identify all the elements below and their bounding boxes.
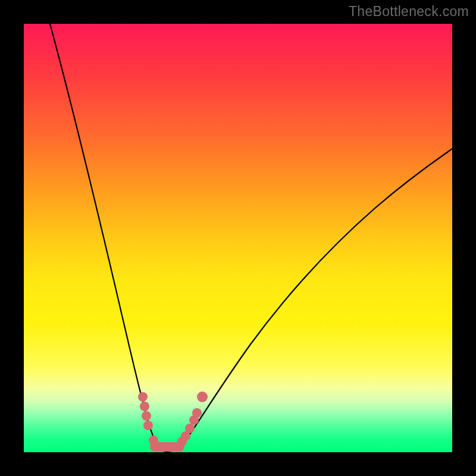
curve-right-branch xyxy=(167,149,452,452)
plot-area xyxy=(24,24,452,452)
marker-dot xyxy=(185,424,195,433)
marker-cluster xyxy=(138,392,208,452)
marker-dot xyxy=(138,392,148,402)
curve-left-branch xyxy=(50,24,167,452)
marker-dot xyxy=(142,411,151,421)
marker-dot xyxy=(192,408,202,418)
marker-dot xyxy=(143,421,153,430)
marker-dot xyxy=(140,402,149,411)
marker-dot xyxy=(197,392,208,402)
chart-frame: TheBottleneck.com xyxy=(0,0,476,476)
curve-layer xyxy=(24,24,452,452)
watermark-text: TheBottleneck.com xyxy=(349,4,469,20)
marker-dot xyxy=(149,436,158,445)
